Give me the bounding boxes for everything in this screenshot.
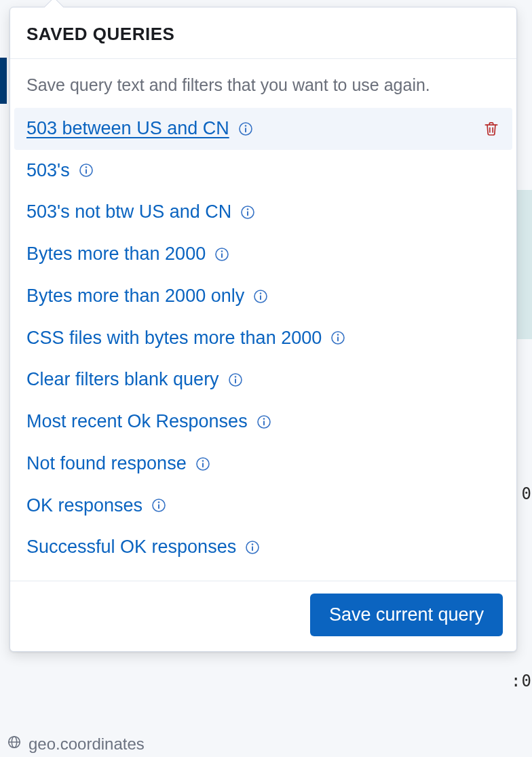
- svg-point-16: [260, 292, 262, 294]
- saved-query-item[interactable]: Clear filters blank query: [14, 359, 512, 401]
- info-icon[interactable]: [238, 121, 254, 137]
- svg-point-7: [85, 167, 87, 169]
- saved-query-label[interactable]: 503's not btw US and CN: [26, 201, 231, 224]
- svg-point-13: [221, 250, 223, 252]
- svg-point-4: [244, 125, 246, 127]
- svg-rect-11: [247, 211, 248, 216]
- saved-query-label[interactable]: Not found response: [26, 452, 187, 475]
- field-row-geo[interactable]: geo.coordinates: [7, 731, 522, 757]
- saved-query-item-left: Bytes more than 2000 only: [26, 285, 269, 308]
- saved-query-label[interactable]: 503 between US and CN: [26, 117, 229, 140]
- info-icon[interactable]: [78, 162, 94, 178]
- saved-query-item[interactable]: 503 between US and CN: [14, 108, 512, 150]
- svg-rect-17: [260, 295, 261, 300]
- info-icon[interactable]: [330, 330, 346, 346]
- info-icon[interactable]: [151, 497, 167, 513]
- globe-icon: [7, 735, 22, 754]
- saved-query-item[interactable]: CSS files with bytes more than 2000: [14, 317, 512, 360]
- info-icon[interactable]: [252, 288, 269, 305]
- saved-query-label[interactable]: Bytes more than 2000 only: [26, 285, 244, 308]
- saved-query-item[interactable]: Not found response: [14, 443, 512, 485]
- saved-query-item[interactable]: Bytes more than 2000 only: [14, 275, 512, 317]
- field-row-label: geo.coordinates: [28, 735, 145, 754]
- save-current-query-button[interactable]: Save current query: [310, 594, 503, 636]
- saved-query-label[interactable]: OK responses: [26, 494, 142, 518]
- saved-query-item-left: 503 between US and CN: [26, 117, 254, 140]
- svg-rect-5: [245, 128, 246, 132]
- bg-accent-bar: [0, 58, 7, 104]
- saved-query-item-left: Clear filters blank query: [26, 368, 244, 391]
- saved-queries-popover: SAVED QUERIES Save query text and filter…: [10, 7, 517, 652]
- saved-query-item[interactable]: OK responses: [14, 485, 512, 527]
- info-icon[interactable]: [195, 456, 211, 472]
- saved-query-item-left: Most recent Ok Responses: [26, 410, 272, 433]
- bg-partial-text-2: :0: [511, 672, 532, 691]
- svg-point-25: [263, 418, 265, 420]
- bg-panel: [517, 190, 532, 339]
- saved-query-label[interactable]: Successful OK responses: [26, 536, 236, 559]
- info-icon[interactable]: [214, 246, 230, 263]
- saved-query-item-left: Not found response: [26, 452, 211, 475]
- popover-footer: Save current query: [10, 581, 516, 651]
- svg-point-31: [158, 502, 160, 504]
- popover-body: Save query text and filters that you wan…: [10, 59, 516, 581]
- saved-query-item[interactable]: Most recent Ok Responses: [14, 401, 512, 443]
- info-icon[interactable]: [240, 204, 256, 220]
- saved-query-item-left: OK responses: [26, 494, 167, 518]
- saved-query-label[interactable]: 503's: [26, 159, 70, 182]
- svg-rect-26: [263, 421, 265, 425]
- svg-rect-20: [337, 337, 339, 342]
- saved-query-label[interactable]: CSS files with bytes more than 2000: [26, 327, 322, 350]
- saved-query-item-left: 503's: [26, 159, 94, 182]
- info-icon[interactable]: [227, 372, 244, 388]
- saved-query-item[interactable]: 503's not btw US and CN: [14, 191, 512, 233]
- svg-point-22: [234, 376, 236, 378]
- svg-point-28: [202, 460, 204, 462]
- popover-description: Save query text and filters that you wan…: [14, 74, 512, 108]
- saved-queries-list: 503 between US and CN 503's 503's not bt…: [14, 108, 512, 568]
- popover-header: SAVED QUERIES: [10, 7, 516, 59]
- trash-icon[interactable]: [482, 120, 500, 138]
- saved-query-item[interactable]: 503's: [14, 150, 512, 192]
- saved-query-label[interactable]: Clear filters blank query: [26, 368, 219, 391]
- svg-rect-14: [221, 253, 223, 258]
- svg-rect-35: [252, 546, 253, 551]
- saved-query-label[interactable]: Most recent Ok Responses: [26, 410, 248, 433]
- saved-query-item-left: 503's not btw US and CN: [26, 201, 256, 224]
- svg-rect-29: [202, 463, 204, 467]
- info-icon[interactable]: [256, 414, 272, 430]
- saved-query-item[interactable]: Bytes more than 2000: [14, 233, 512, 275]
- saved-query-item[interactable]: Successful OK responses: [14, 526, 512, 568]
- svg-rect-8: [86, 170, 87, 174]
- saved-query-item-left: Bytes more than 2000: [26, 243, 230, 266]
- saved-query-item-left: Successful OK responses: [26, 536, 261, 559]
- svg-point-10: [247, 208, 249, 210]
- svg-point-34: [252, 543, 254, 545]
- popover-title: SAVED QUERIES: [26, 24, 500, 45]
- saved-query-item-left: CSS files with bytes more than 2000: [26, 327, 346, 350]
- svg-rect-32: [158, 505, 159, 509]
- svg-rect-23: [235, 378, 236, 383]
- svg-point-19: [337, 334, 339, 336]
- saved-query-label[interactable]: Bytes more than 2000: [26, 243, 206, 266]
- info-icon[interactable]: [244, 539, 261, 556]
